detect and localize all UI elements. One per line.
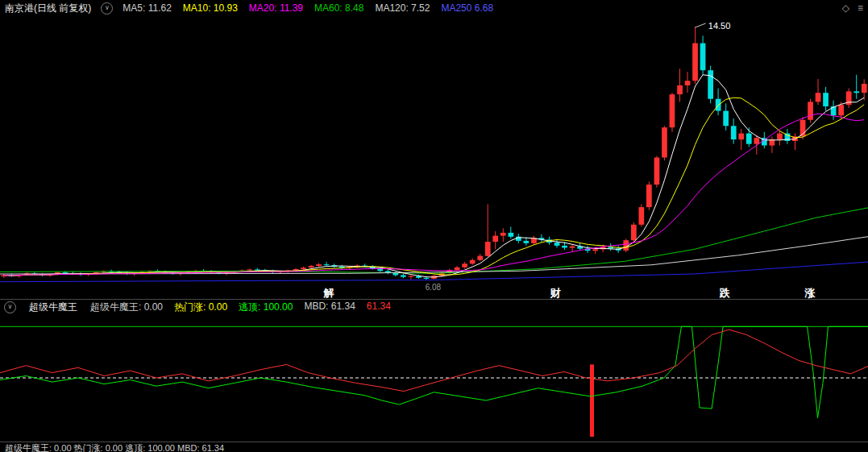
main-chart-panel[interactable]: 14.506.08解财跌涨: [0, 16, 868, 299]
indicator-value-0: 超级牛魔王: 0.00: [90, 301, 163, 314]
svg-text:解: 解: [323, 287, 334, 299]
ticker-text: 超级牛魔王: 0.00 热门涨: 0.00 逃顶: 100.00 MBD: 61…: [5, 443, 224, 452]
indicator-value-1: 热门涨: 0.00: [174, 301, 227, 314]
ma-values: MA5: 11.62MA10: 10.93MA20: 11.39MA60: 8.…: [123, 2, 493, 14]
svg-text:6.08: 6.08: [426, 283, 442, 292]
ma-value-MA20: MA20: 11.39: [249, 2, 303, 14]
svg-text:14.50: 14.50: [708, 21, 731, 31]
svg-text:跌: 跌: [719, 287, 730, 299]
topbar-right-icons: ◇≡: [842, 2, 863, 14]
indicator-toggle-icon[interactable]: ∨: [4, 301, 16, 313]
indicator-panel[interactable]: [0, 314, 868, 442]
ma-value-MA10: MA10: 10.93: [183, 2, 238, 14]
diamond-icon[interactable]: ◇: [842, 2, 849, 14]
indicator-value-4: 61.34: [367, 301, 391, 314]
indicator-header: ∨ 超级牛魔王 超级牛魔王: 0.00热门涨: 0.00逃顶: 100.00MB…: [0, 300, 868, 314]
svg-text:财: 财: [550, 287, 561, 299]
indicator-value-2: 逃顶: 100.00: [239, 301, 293, 314]
ma-value-MA120: MA120: 7.52: [375, 2, 430, 14]
stock-app-window: 南京港(日线 前复权) ∨ MA5: 11.62MA10: 10.93MA20:…: [0, 0, 868, 452]
ma-value-MA250: MA250 6.68: [441, 2, 493, 14]
indicator-value-3: MBD: 61.34: [304, 301, 355, 314]
indicator-name: 超级牛魔王: [29, 301, 77, 314]
svg-text:涨: 涨: [804, 287, 816, 299]
menu-icon[interactable]: ≡: [858, 2, 863, 14]
ma-value-MA60: MA60: 8.48: [314, 2, 363, 14]
chart-topbar: 南京港(日线 前复权) ∨ MA5: 11.62MA10: 10.93MA20:…: [0, 0, 868, 16]
indicator-chart[interactable]: [0, 314, 868, 442]
ticker-bar[interactable]: 超级牛魔王: 0.00 热门涨: 0.00 逃顶: 100.00 MBD: 61…: [0, 442, 868, 452]
stock-title: 南京港(日线 前复权): [5, 2, 91, 15]
candlestick-chart[interactable]: 14.506.08解财跌涨: [0, 16, 868, 299]
indicator-values: 超级牛魔王: 0.00热门涨: 0.00逃顶: 100.00MBD: 61.34…: [90, 301, 391, 314]
collapse-chevron-icon[interactable]: ∨: [101, 2, 113, 15]
ma-value-MA5: MA5: 11.62: [123, 2, 171, 14]
